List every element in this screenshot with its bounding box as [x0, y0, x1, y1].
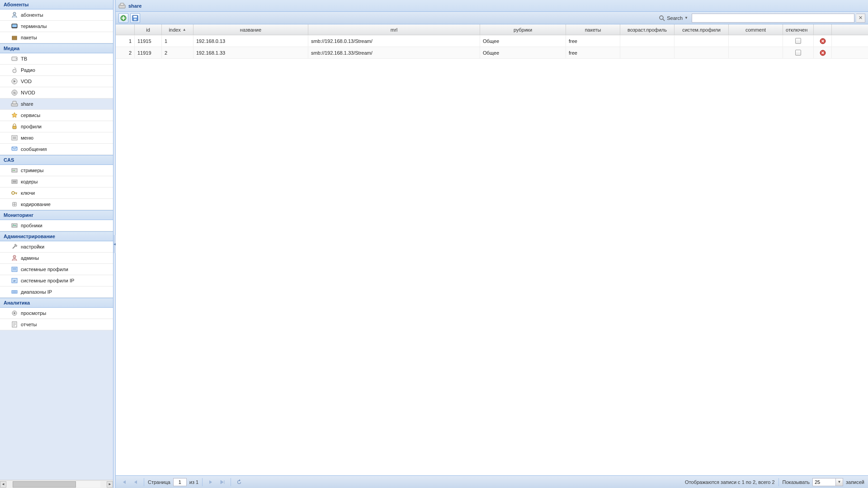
sidebar-item-сервисы[interactable]: сервисы: [0, 110, 113, 121]
sidebar-item-Радио[interactable]: Радио: [0, 65, 113, 76]
star-icon: [11, 112, 18, 119]
col-index[interactable]: index▲: [162, 24, 193, 35]
col-sys-profiles[interactable]: систем.профили: [675, 24, 729, 35]
sidebar-group-header[interactable]: Аналитика: [0, 298, 113, 308]
col-id[interactable]: id: [135, 24, 162, 35]
svg-text:N: N: [13, 91, 15, 94]
sidebar-item-кодирование[interactable]: кодирование: [0, 199, 113, 210]
sidebar-group-header[interactable]: Абоненты: [0, 0, 113, 9]
svg-point-0: [13, 12, 16, 15]
sidebar-item-пакеты[interactable]: пакеты: [0, 32, 113, 43]
cell-sys-profiles: [675, 47, 729, 58]
sidebar-item-label: сообщения: [21, 146, 47, 152]
search-clear-button[interactable]: ✕: [856, 14, 865, 23]
sidebar-item-кодеры[interactable]: кодеры: [0, 176, 113, 188]
search-menu-button[interactable]: Search ▼: [657, 14, 690, 22]
scroll-right-arrow-icon[interactable]: ►: [107, 481, 113, 488]
sidebar-item-терминалы[interactable]: терминалы: [0, 21, 113, 32]
sidebar-item-сообщения[interactable]: сообщения: [0, 144, 113, 155]
search-input[interactable]: [692, 14, 854, 23]
sidebar-item-отчеты[interactable]: отчеты: [0, 319, 113, 330]
page-size-dropdown[interactable]: ▼: [836, 478, 843, 486]
col-comment[interactable]: comment: [729, 24, 783, 35]
delete-row-button[interactable]: [814, 47, 832, 58]
col-mrl[interactable]: mrl: [308, 24, 480, 35]
sidebar-item-label: Радио: [21, 67, 35, 73]
scroll-left-arrow-icon[interactable]: ◄: [0, 481, 6, 488]
sidebar-item-label: share: [21, 101, 33, 107]
tv-icon: [11, 55, 18, 62]
sidebar-item-стримеры[interactable]: стримеры: [0, 165, 113, 176]
page-prev-icon: [133, 479, 138, 485]
sidebar-item-ключи[interactable]: ключи: [0, 188, 113, 199]
sidebar-item-label: меню: [21, 135, 33, 141]
cell-comment: [729, 35, 783, 47]
sidebar-group-header[interactable]: Администрирование: [0, 231, 113, 241]
col-packets[interactable]: пакеты: [566, 24, 620, 35]
sidebar-item-VOD[interactable]: VOD: [0, 76, 113, 87]
table-row[interactable]: 2119192192.168.1.33smb://192.168.1.33/St…: [116, 47, 868, 59]
package-icon: [11, 34, 18, 41]
add-button[interactable]: [118, 13, 128, 23]
sidebar-group-header[interactable]: Мониторинг: [0, 210, 113, 220]
sysprofile-ip-icon: IP: [11, 277, 18, 284]
svg-rect-23: [13, 181, 16, 183]
sidebar-h-scrollbar[interactable]: ◄ ►: [0, 480, 113, 488]
sidebar-item-настройки[interactable]: настройки: [0, 241, 113, 253]
splitter[interactable]: ◄: [113, 0, 116, 488]
page-last-button[interactable]: [218, 478, 227, 487]
toolbar: Search ▼ ✕: [116, 12, 868, 24]
sidebar-item-абоненты[interactable]: абоненты: [0, 9, 113, 21]
sidebar-item-админы[interactable]: админы: [0, 253, 113, 264]
delete-row-button[interactable]: [814, 35, 832, 47]
sidebar-item-label: кодирование: [21, 202, 51, 207]
cell-age-profile: [620, 35, 675, 47]
col-rownum[interactable]: [116, 24, 135, 35]
sidebar-item-диапазоны-IP[interactable]: диапазоны IP: [0, 286, 113, 298]
panel-title: share: [128, 3, 142, 9]
table-row[interactable]: 1119151192.168.0.13smb://192.168.0.13/St…: [116, 35, 868, 47]
cell-id: 11919: [135, 47, 162, 58]
page-first-button[interactable]: [119, 478, 128, 487]
svg-rect-25: [12, 224, 17, 227]
sidebar-item-системные-профили[interactable]: системные профили: [0, 264, 113, 275]
dropdown-caret-icon: ▼: [684, 16, 688, 20]
sidebar-item-профили[interactable]: профили: [0, 121, 113, 132]
iprange-icon: [11, 288, 18, 296]
cell-rubrics: Общее: [480, 47, 566, 58]
col-name[interactable]: название: [193, 24, 308, 35]
sidebar-item-системные-профили-IP[interactable]: IPсистемные профили IP: [0, 275, 113, 286]
data-grid: id index▲ название mrl рубрики пакеты во…: [116, 24, 868, 475]
sidebar-item-NVOD[interactable]: NNVOD: [0, 87, 113, 99]
sidebar-group-header[interactable]: Медиа: [0, 43, 113, 53]
sidebar-item-меню[interactable]: меню: [0, 132, 113, 144]
sidebar-item-просмотры[interactable]: просмотры: [0, 308, 113, 319]
share-icon: [118, 2, 126, 9]
sidebar-item-пробники[interactable]: пробники: [0, 220, 113, 231]
svg-text:IP: IP: [13, 280, 16, 282]
page-next-icon: [208, 479, 213, 485]
col-disabled[interactable]: отключен: [783, 24, 814, 35]
page-size-label: Показывать: [783, 479, 810, 485]
sidebar-item-share[interactable]: share: [0, 99, 113, 110]
col-age-profile[interactable]: возраст.профиль: [620, 24, 675, 35]
chevron-down-icon: ▼: [838, 480, 841, 484]
refresh-button[interactable]: [235, 478, 244, 487]
collapse-sidebar-icon[interactable]: ◄: [113, 235, 116, 253]
cell-mrl: smb://192.168.1.33/Stream/: [308, 47, 480, 58]
scroll-thumb[interactable]: [13, 481, 76, 488]
cell-sys-profiles: [675, 35, 729, 47]
page-next-button[interactable]: [206, 478, 215, 487]
save-button[interactable]: [130, 13, 140, 23]
cell-disabled[interactable]: [783, 47, 814, 58]
page-input[interactable]: [173, 478, 187, 486]
cell-disabled[interactable]: [783, 35, 814, 47]
sidebar-group-header[interactable]: CAS: [0, 155, 113, 165]
page-prev-button[interactable]: [131, 478, 140, 487]
svg-point-7: [13, 69, 16, 73]
cell-age-profile: [620, 47, 675, 58]
col-rubrics[interactable]: рубрики: [480, 24, 566, 35]
page-size-input[interactable]: [812, 478, 836, 486]
sidebar-item-ТВ[interactable]: ТВ: [0, 53, 113, 65]
cell-rubrics: Общее: [480, 35, 566, 47]
